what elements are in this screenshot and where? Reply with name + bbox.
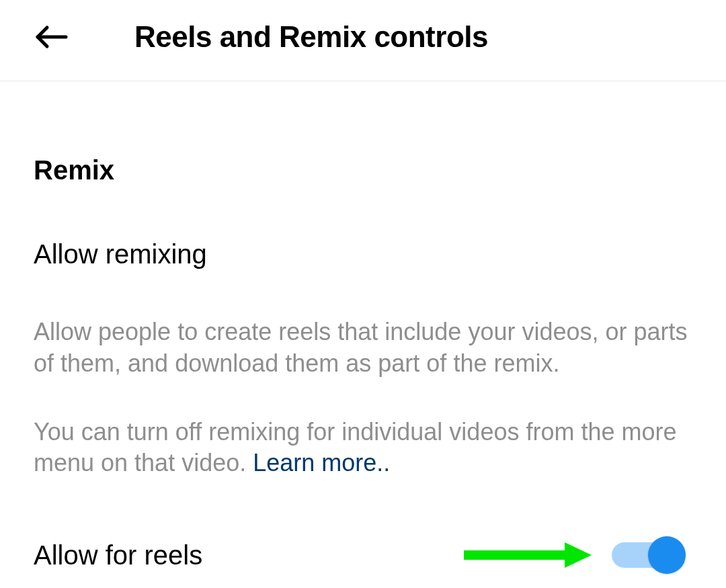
back-arrow-icon[interactable] [34,21,74,53]
remix-description-2: You can turn off remixing for individual… [34,417,692,480]
annotation-arrow-icon [464,540,592,571]
allow-for-reels-label: Allow for reels [34,540,202,571]
toggle-thumb [648,536,686,574]
learn-more-link[interactable]: Learn more.. [253,449,390,476]
allow-for-reels-toggle[interactable] [612,536,686,574]
svg-marker-2 [565,542,592,568]
allow-for-reels-row: Allow for reels [34,536,692,574]
remix-description-1: Allow people to create reels that includ… [34,317,692,380]
page-title: Reels and Remix controls [134,20,488,54]
setting-label-allow-remixing: Allow remixing [34,239,692,269]
section-heading-remix: Remix [34,155,692,185]
content-area: Remix Allow remixing Allow people to cre… [0,81,726,574]
header-bar: Reels and Remix controls [0,0,726,81]
